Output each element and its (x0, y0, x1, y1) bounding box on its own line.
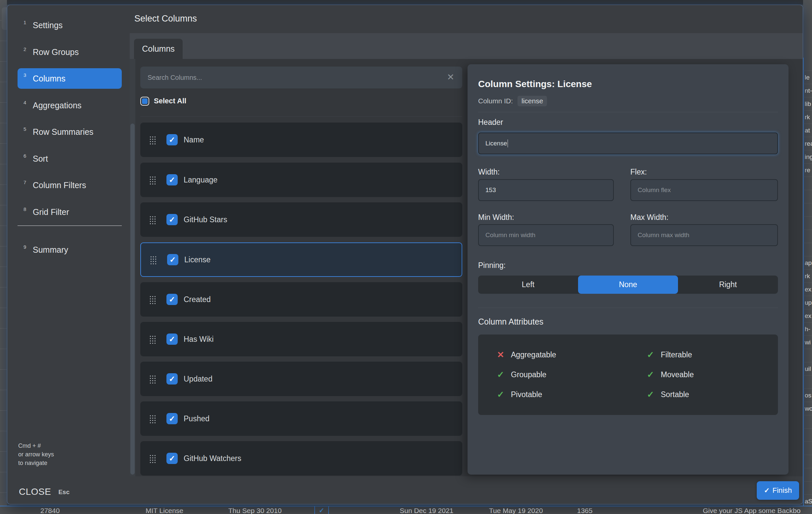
grid-cell-check-icon: ✓ (314, 506, 329, 514)
header-input[interactable]: License (478, 133, 778, 154)
text-caret (508, 139, 508, 147)
bg-row-fragment (803, 217, 812, 230)
sidebar-item-number: 8 (24, 205, 33, 212)
attribute-label: Moveable (661, 370, 694, 379)
column-row-created[interactable]: ✓ Created (140, 282, 462, 317)
right-edge-strip: lent-librkatreaingreaprkexupexh-wiuilosw… (803, 0, 812, 506)
attribute-label: Pivotable (511, 390, 542, 399)
bg-row-fragment (803, 429, 812, 442)
flex-input[interactable]: Column flex (630, 179, 778, 201)
column-row-github-stars[interactable]: ✓ GitHub Stars (140, 202, 462, 237)
bg-row-fragment: uil (803, 362, 812, 376)
pinning-option-none[interactable]: None (578, 275, 678, 294)
sidebar-item-number: 5 (24, 125, 33, 132)
clear-search-icon[interactable]: ✕ (447, 66, 454, 88)
header-field-label: Header (478, 118, 503, 127)
checked-checkbox-icon[interactable]: ✓ (167, 134, 178, 145)
help-line: or arrow keys (18, 450, 54, 459)
drag-handle-icon[interactable] (149, 175, 156, 185)
keyboard-help-text: Cmd + # or arrow keys to navigate (18, 441, 54, 467)
bg-row-fragment: aS (803, 495, 812, 506)
min-width-field-label: Min Width: (478, 213, 514, 222)
sidebar-item-summary[interactable]: 9Summary (18, 243, 122, 256)
bg-row-fragment (803, 468, 812, 482)
select-columns-dialog: 1Settings 2Row Groups 3Columns 4Aggregat… (7, 5, 803, 505)
finish-button[interactable]: ✓ Finish (757, 481, 799, 500)
column-row-language[interactable]: ✓ Language (140, 163, 462, 197)
sidebar-item-label: Columns (33, 74, 65, 83)
column-row-label: GitHub Watchers (184, 454, 241, 463)
checked-checkbox-icon[interactable]: ✓ (167, 294, 178, 305)
checked-checkbox-icon[interactable]: ✓ (167, 413, 178, 424)
drag-handle-icon[interactable] (149, 215, 156, 224)
width-input-value: 153 (486, 186, 496, 194)
grid-cell-stars: 27840 (40, 507, 60, 514)
column-row-github-watchers[interactable]: ✓ GitHub Watchers (140, 441, 462, 476)
drag-handle-icon[interactable] (149, 414, 156, 423)
drag-handle-icon[interactable] (149, 135, 156, 144)
sidebar-item-column-filters[interactable]: 7Column Filters (18, 179, 122, 192)
bg-row-fragment: wi (803, 336, 812, 349)
checked-checkbox-icon[interactable]: ✓ (167, 453, 178, 464)
checked-checkbox-icon[interactable]: ✓ (167, 214, 178, 225)
checked-checkbox-icon[interactable]: ✓ (167, 174, 178, 186)
bg-row-fragment (803, 482, 812, 495)
checked-checkbox-icon[interactable]: ✓ (167, 254, 178, 265)
bg-row-fragment: ap (803, 256, 812, 270)
column-row-label: Language (184, 175, 218, 185)
attribute-label: Groupable (511, 370, 546, 379)
tab-columns[interactable]: Columns (134, 39, 183, 59)
attribute-label: Filterable (661, 350, 692, 359)
column-row-label: Created (184, 295, 211, 304)
sidebar-item-number: 6 (24, 152, 33, 159)
scrollbar-track[interactable] (130, 59, 135, 476)
sidebar-item-row-summaries[interactable]: 5Row Summaries (18, 125, 122, 138)
drag-handle-icon[interactable] (149, 335, 156, 344)
sidebar-item-number: 4 (24, 99, 33, 105)
close-button[interactable]: CLOSE Esc (19, 485, 69, 498)
sidebar-item-settings[interactable]: 1Settings (18, 19, 122, 32)
scrollbar-thumb[interactable] (130, 124, 135, 475)
drag-handle-icon[interactable] (149, 375, 156, 383)
drag-handle-icon[interactable] (149, 295, 156, 304)
width-input[interactable]: 153 (478, 179, 614, 201)
bg-row-fragment: up (803, 296, 812, 309)
sidebar-item-row-groups[interactable]: 2Row Groups (18, 45, 122, 59)
width-field-label: Width: (478, 168, 500, 177)
sidebar-item-sort[interactable]: 6Sort (18, 152, 122, 165)
max-width-input[interactable]: Column max width (630, 224, 778, 246)
column-row-updated[interactable]: ✓ Updated (140, 362, 462, 396)
column-row-license[interactable]: ✓ License (140, 242, 462, 277)
select-all-checkbox-box[interactable] (140, 97, 149, 106)
column-row-has-wiki[interactable]: ✓ Has Wiki (140, 322, 462, 356)
sidebar-item-aggregations[interactable]: 4Aggregations (18, 99, 122, 112)
sidebar-item-label: Row Groups (33, 47, 79, 57)
bg-row-fragment (803, 415, 812, 429)
check-icon: ✓ (497, 370, 511, 380)
bg-row-fragment (803, 177, 812, 190)
check-icon: ✓ (647, 389, 661, 400)
drag-handle-icon[interactable] (150, 255, 156, 264)
pinning-option-left[interactable]: Left (478, 275, 578, 294)
column-id-value: license (518, 96, 547, 106)
pinning-option-right[interactable]: Right (678, 275, 778, 294)
select-all-checkbox[interactable]: Select All (140, 96, 186, 106)
drag-handle-icon[interactable] (149, 454, 156, 463)
attribute-filterable: ✓Filterable (628, 345, 778, 365)
checked-checkbox-icon[interactable]: ✓ (167, 373, 178, 384)
sidebar-item-grid-filter[interactable]: 8Grid Filter (18, 205, 122, 219)
sidebar-item-label: Aggregations (33, 101, 81, 110)
column-row-pushed[interactable]: ✓ Pushed (140, 401, 462, 436)
column-row-name[interactable]: ✓ Name (140, 123, 462, 157)
bg-row-fragment (803, 349, 812, 362)
column-id-label: Column ID: (478, 97, 513, 105)
checked-checkbox-icon[interactable]: ✓ (167, 333, 178, 345)
min-width-input[interactable]: Column min width (478, 224, 614, 246)
help-line: Cmd + # (18, 441, 54, 450)
search-columns-input[interactable]: Search Columns... ✕ (140, 66, 462, 88)
sidebar-item-columns[interactable]: 3Columns (18, 68, 122, 89)
list-divider (140, 116, 462, 116)
column-id-row: Column ID: license (478, 96, 547, 106)
sidebar-item-number: 7 (24, 179, 33, 185)
column-settings-panel: Column Settings: License Column ID: lice… (468, 64, 788, 475)
